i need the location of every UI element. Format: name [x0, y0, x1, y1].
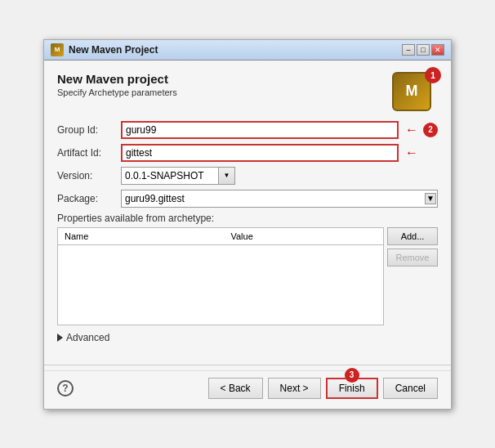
next-button[interactable]: Next >: [268, 378, 321, 399]
footer: ? < Back Next > 3 Finish Cancel: [44, 370, 451, 409]
empty-table-row: [58, 244, 384, 325]
minimize-button[interactable]: –: [402, 44, 415, 56]
title-controls: – □ ✕: [402, 44, 444, 56]
artifact-id-input[interactable]: [121, 144, 399, 162]
maximize-button[interactable]: □: [417, 44, 430, 56]
cancel-button[interactable]: Cancel: [383, 378, 438, 399]
version-label: Version:: [57, 170, 121, 181]
properties-label: Properties available from archetype:: [57, 213, 438, 224]
header-text: New Maven project Specify Archetype para…: [57, 72, 392, 109]
remove-button[interactable]: Remove: [387, 249, 438, 267]
package-select[interactable]: guru99.gittest: [121, 190, 438, 208]
annotation-badge-3: 3: [345, 368, 359, 383]
footer-left: ?: [57, 380, 74, 396]
package-wrapper: guru99.gittest ▼: [121, 190, 438, 208]
main-window: M New Maven Project – □ ✕ New Maven proj…: [43, 39, 452, 410]
artifact-id-arrow: ←: [405, 146, 418, 160]
version-select-container: ▼: [121, 167, 235, 185]
footer-divider: [44, 365, 451, 365]
artifact-id-label: Artifact Id:: [57, 147, 121, 159]
content-area: New Maven project Specify Archetype para…: [44, 60, 451, 360]
package-row: Package: guru99.gittest ▼: [57, 190, 438, 208]
add-button[interactable]: Add...: [387, 227, 438, 245]
close-button[interactable]: ✕: [431, 44, 444, 56]
group-id-input-wrapper: ←: [121, 121, 418, 139]
group-id-label: Group Id:: [57, 124, 121, 136]
title-bar-left: M New Maven Project: [51, 43, 158, 56]
header-section: New Maven project Specify Archetype para…: [57, 72, 438, 118]
artifact-id-row: Artifact Id: ←: [57, 144, 438, 162]
version-row: Version: ▼: [57, 167, 438, 185]
window-title: New Maven Project: [69, 44, 158, 56]
footer-buttons: < Back Next > 3 Finish Cancel: [208, 378, 438, 399]
artifact-id-input-wrapper: ←: [121, 144, 418, 162]
window-icon: M: [51, 43, 64, 56]
table-container: Name Value: [57, 227, 384, 325]
group-id-row: Group Id: ← 2: [57, 121, 438, 139]
group-id-input[interactable]: [121, 121, 399, 139]
finish-wrapper: 3 Finish: [326, 378, 378, 399]
properties-section: Name Value Add... Remove: [57, 227, 438, 325]
col-value-header: Value: [224, 227, 383, 244]
side-buttons: Add... Remove: [387, 227, 438, 267]
help-button[interactable]: ?: [57, 380, 74, 396]
advanced-label: Advanced: [66, 332, 109, 343]
logo-letter: M: [406, 83, 418, 100]
annotation-badge-1: 1: [425, 67, 441, 83]
title-bar: M New Maven Project – □ ✕: [44, 40, 451, 60]
logo-container: M 1: [392, 72, 438, 118]
group-id-arrow: ←: [405, 123, 418, 137]
version-input[interactable]: [121, 167, 219, 185]
properties-table: Name Value: [57, 227, 384, 325]
back-button[interactable]: < Back: [208, 378, 263, 399]
annotation-badge-2: 2: [423, 123, 438, 137]
advanced-triangle-icon: [57, 334, 63, 342]
version-dropdown-button[interactable]: ▼: [219, 167, 235, 185]
col-name-header: Name: [58, 227, 225, 244]
page-subtitle: Specify Archetype parameters: [57, 87, 392, 97]
advanced-row[interactable]: Advanced: [57, 325, 438, 348]
page-title: New Maven project: [57, 72, 392, 86]
package-label: Package:: [57, 193, 121, 204]
